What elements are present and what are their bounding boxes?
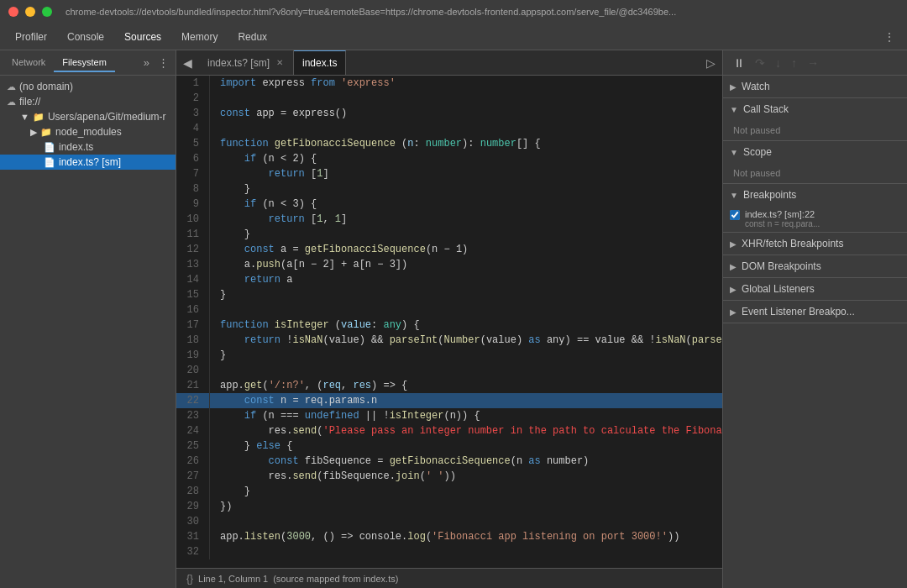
- code-footer: {} Line 1, Column 1 (source mapped from …: [176, 568, 722, 588]
- code-line-26: 26 const fibSequence = getFibonacciSeque…: [176, 454, 722, 469]
- code-brackets-icon: {}: [186, 573, 193, 585]
- code-line-28: 28 }: [176, 484, 722, 499]
- code-line-6: 6 if (n < 2) {: [176, 151, 722, 166]
- code-line-3: 3 const app = express(): [176, 106, 722, 121]
- step-into-button[interactable]: ↓: [772, 55, 784, 71]
- event-listener-header[interactable]: ▶ Event Listener Breakpo...: [723, 301, 907, 323]
- main-area: Network Filesystem » ⋮ ☁ (no domain) ☁ f…: [0, 50, 907, 588]
- pause-resume-button[interactable]: ⏸: [730, 55, 748, 71]
- scope-label: Scope: [743, 146, 772, 158]
- scope-section: ▼ Scope Not paused: [723, 141, 907, 184]
- code-line-32: 32: [176, 544, 722, 559]
- format-button[interactable]: ▷: [706, 56, 722, 70]
- global-listeners-header[interactable]: ▶ Global Listeners: [723, 278, 907, 300]
- step-out-button[interactable]: ↑: [788, 55, 800, 71]
- call-stack-label: Call Stack: [743, 103, 789, 115]
- tab-index-ts-sm[interactable]: index.ts? [sm] ✕: [199, 50, 294, 75]
- code-line-9: 9 if (n < 3) {: [176, 197, 722, 212]
- code-line-20: 20: [176, 363, 722, 378]
- menu-redux[interactable]: Redux: [229, 28, 275, 46]
- breakpoints-toggle-icon: ▼: [730, 191, 738, 200]
- dom-toggle-icon: ▶: [730, 262, 737, 271]
- code-line-14: 14 return a: [176, 272, 722, 287]
- maximize-button[interactable]: [42, 7, 52, 17]
- cloud-icon: ☁: [7, 81, 16, 92]
- code-line-16: 16: [176, 302, 722, 318]
- code-line-25: 25 } else {: [176, 438, 722, 454]
- code-line-4: 4: [176, 121, 722, 136]
- close-button[interactable]: [8, 7, 18, 17]
- source-map-label: (source mapped from index.ts): [273, 574, 398, 584]
- tree-item-index-ts-sm[interactable]: 📄 index.ts? [sm]: [0, 155, 176, 170]
- tab-index-ts[interactable]: index.ts: [294, 50, 346, 75]
- xhr-section-header[interactable]: ▶ XHR/fetch Breakpoints: [723, 233, 907, 255]
- breakpoints-label: Breakpoints: [743, 189, 796, 201]
- menu-sources[interactable]: Sources: [116, 28, 170, 46]
- left-tabs: Network Filesystem » ⋮: [0, 50, 176, 76]
- event-listener-toggle-icon: ▶: [730, 307, 737, 317]
- step-over-button[interactable]: ↷: [752, 55, 768, 71]
- code-tabs: ◀ index.ts? [sm] ✕ index.ts ▷: [176, 50, 722, 76]
- continue-button[interactable]: →: [804, 55, 822, 71]
- code-content: 1 import express from 'express' 2 3 cons…: [176, 76, 722, 568]
- scope-status: Not paused: [733, 168, 780, 178]
- tree-item-users[interactable]: ▼ 📁 Users/apena/Git/medium-r: [0, 109, 176, 124]
- code-line-29: 29 }): [176, 499, 722, 514]
- tab-network[interactable]: Network: [3, 54, 54, 72]
- tab-filesystem[interactable]: Filesystem: [54, 54, 115, 72]
- code-editor[interactable]: 1 import express from 'express' 2 3 cons…: [176, 76, 722, 568]
- folder-icon: 📁: [33, 112, 45, 123]
- scope-content: Not paused: [723, 163, 907, 183]
- xhr-breakpoints-section: ▶ XHR/fetch Breakpoints: [723, 233, 907, 255]
- nav-back-button[interactable]: ◀: [176, 56, 199, 70]
- menu-bar: Profiler Console Sources Memory Redux ⋮: [0, 24, 907, 50]
- tree-item-no-domain[interactable]: ☁ (no domain): [0, 79, 176, 94]
- xhr-toggle-icon: ▶: [730, 239, 737, 249]
- window-title: chrome-devtools://devtools/bundled/inspe…: [66, 7, 676, 17]
- tree-item-file[interactable]: ☁ file://: [0, 94, 176, 109]
- left-panel: Network Filesystem » ⋮ ☁ (no domain) ☁ f…: [0, 50, 176, 588]
- code-line-24: 24 res.send('Please pass an integer numb…: [176, 423, 722, 438]
- scope-toggle-icon: ▼: [730, 148, 738, 157]
- tree-item-node-modules[interactable]: ▶ 📁 node_modules: [0, 124, 176, 139]
- call-stack-toggle-icon: ▼: [730, 105, 738, 114]
- code-line-23: 23 if (n === undefined || !isInteger(n))…: [176, 408, 722, 423]
- code-line-27: 27 res.send(fibSequence.join(' ')): [176, 469, 722, 484]
- code-line-30: 30: [176, 514, 722, 529]
- left-panel-menu-button[interactable]: ⋮: [155, 56, 172, 69]
- call-stack-section-header[interactable]: ▼ Call Stack: [723, 98, 907, 120]
- code-line-18: 18 return !isNaN(value) && parseInt(Numb…: [176, 333, 722, 348]
- breakpoints-section-header[interactable]: ▼ Breakpoints: [723, 184, 907, 206]
- code-panel: ◀ index.ts? [sm] ✕ index.ts ▷ 1 import e…: [176, 50, 722, 588]
- code-line-10: 10 return [1, 1]: [176, 212, 722, 227]
- global-listeners-toggle-icon: ▶: [730, 285, 737, 294]
- file-tree: ☁ (no domain) ☁ file:// ▼ 📁 Users/apena/…: [0, 76, 176, 588]
- dom-breakpoints-section: ▶ DOM Breakpoints: [723, 255, 907, 278]
- menu-profiler[interactable]: Profiler: [7, 28, 55, 46]
- tree-item-index-ts[interactable]: 📄 index.ts: [0, 139, 176, 155]
- triangle-right-icon: ▶: [30, 127, 37, 138]
- call-stack-section: ▼ Call Stack Not paused: [723, 98, 907, 141]
- code-line-12: 12 const a = getFibonacciSequence(n − 1): [176, 242, 722, 257]
- cursor-position: Line 1, Column 1: [198, 574, 268, 584]
- code-line-1: 1 import express from 'express': [176, 76, 722, 91]
- minimize-button[interactable]: [25, 7, 35, 17]
- global-listeners-label: Global Listeners: [742, 283, 815, 295]
- more-tabs-button[interactable]: »: [139, 56, 155, 69]
- menu-memory[interactable]: Memory: [173, 28, 226, 46]
- cloud-icon: ☁: [7, 97, 16, 108]
- menu-console[interactable]: Console: [59, 28, 113, 46]
- call-stack-content: Not paused: [723, 120, 907, 140]
- close-tab-button[interactable]: ✕: [275, 57, 285, 68]
- code-line-31: 31 app.listen(3000, () => console.log('F…: [176, 529, 722, 544]
- file-icon: 📄: [44, 157, 55, 168]
- breakpoint-checkbox-1[interactable]: [730, 210, 740, 220]
- more-options-button[interactable]: ⋮: [878, 27, 900, 47]
- scope-section-header[interactable]: ▼ Scope: [723, 141, 907, 163]
- code-line-15: 15 }: [176, 287, 722, 302]
- right-panel: ⏸ ↷ ↓ ↑ → ▶ Watch ▼ Call Stack Not pause…: [722, 50, 907, 588]
- watch-section-header[interactable]: ▶ Watch: [723, 76, 907, 97]
- code-line-13: 13 a.push(a[n − 2] + a[n − 3]): [176, 257, 722, 272]
- debugger-controls: ⏸ ↷ ↓ ↑ →: [723, 50, 907, 76]
- dom-section-header[interactable]: ▶ DOM Breakpoints: [723, 255, 907, 277]
